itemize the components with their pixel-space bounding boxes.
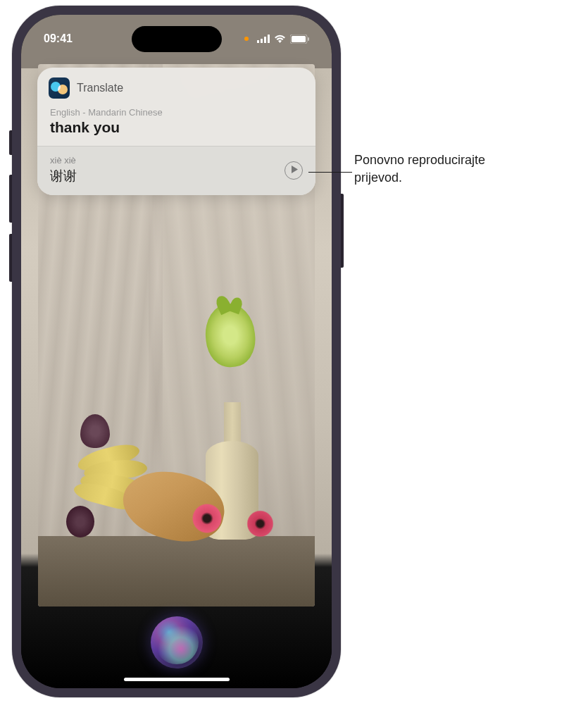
- battery-icon: [290, 35, 309, 44]
- callout-line-2: prijevod.: [354, 170, 402, 185]
- pinyin-text: xiè xiè: [50, 155, 284, 166]
- svg-rect-2: [264, 37, 266, 43]
- home-indicator[interactable]: [124, 678, 230, 681]
- siri-translate-card[interactable]: Translate English - Mandarin Chinese tha…: [37, 68, 315, 195]
- play-icon: [290, 165, 298, 175]
- callout-annotation: Ponovno reproducirajte prijevod.: [354, 151, 485, 187]
- callout-leader-line: [308, 172, 352, 173]
- svg-rect-1: [261, 39, 263, 43]
- status-icons-group: [244, 35, 309, 44]
- cellular-signal-icon: [257, 35, 270, 43]
- svg-rect-6: [308, 37, 309, 41]
- phone-frame: 09:41: [12, 6, 341, 697]
- play-translation-button[interactable]: [284, 161, 303, 180]
- translated-text: 谢谢: [50, 167, 284, 185]
- mic-indicator-dot: [244, 37, 249, 41]
- wifi-icon: [274, 35, 286, 43]
- source-language-section: English - Mandarin Chinese thank you: [37, 106, 315, 146]
- svg-rect-3: [268, 35, 270, 43]
- target-language-section: xiè xiè 谢谢: [37, 146, 315, 195]
- language-pair-label: English - Mandarin Chinese: [50, 107, 303, 118]
- source-text: thank you: [50, 119, 303, 136]
- translate-app-icon: [49, 77, 70, 99]
- status-time: 09:41: [44, 32, 73, 45]
- card-header: Translate: [37, 68, 315, 106]
- siri-orb[interactable]: [151, 616, 203, 668]
- card-app-title: Translate: [77, 82, 123, 94]
- phone-screen: 09:41: [21, 15, 332, 688]
- svg-rect-5: [292, 36, 306, 42]
- power-button: [341, 194, 344, 268]
- svg-rect-0: [257, 40, 259, 43]
- dynamic-island: [132, 26, 222, 52]
- callout-line-1: Ponovno reproducirajte: [354, 153, 485, 167]
